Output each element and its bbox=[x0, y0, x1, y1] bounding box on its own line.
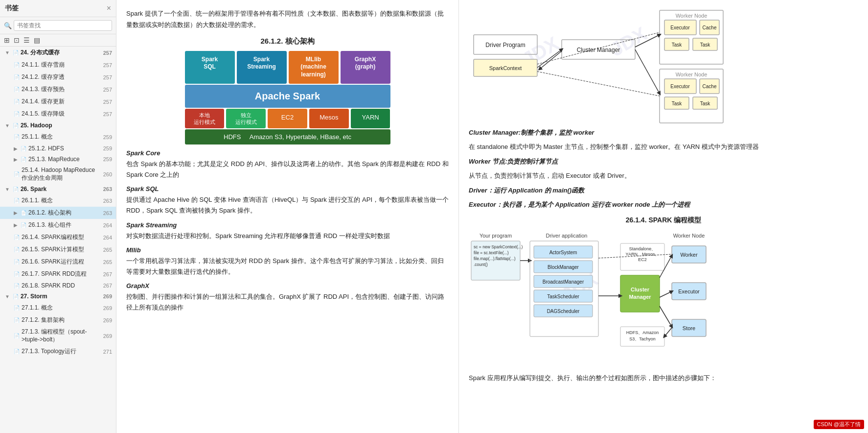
sidebar-item-25[interactable]: ▼ 📄 25. Hadoop bbox=[0, 120, 116, 131]
doc-icon: 📄 bbox=[14, 283, 20, 289]
cluster-manager-desc-text: 在 standalone 模式中即为 Master 主节点，控制整个集群，监控 … bbox=[469, 141, 858, 152]
sidebar-item-24-1[interactable]: 📄 24.1.1. 缓存雪崩 257 bbox=[0, 59, 116, 71]
page-number: 260 bbox=[98, 171, 112, 177]
spark-streaming-box: SparkStreaming bbox=[237, 51, 287, 84]
doc-icon: 📄 bbox=[14, 317, 20, 323]
doc-icon: 📄 bbox=[14, 198, 20, 203]
sidebar-search-bar[interactable]: 🔍 bbox=[0, 17, 116, 34]
doc-icon: 📄 bbox=[14, 62, 20, 68]
chevron-right-icon: ▶ bbox=[14, 146, 18, 151]
sidebar-item-24-3[interactable]: 📄 24.1.3. 缓存预热 257 bbox=[0, 83, 116, 96]
sidebar-item-label: 25. Hadoop bbox=[21, 122, 52, 129]
toolbar-icon-lines[interactable]: ▤ bbox=[34, 36, 40, 44]
doc-icon: 📄 bbox=[14, 349, 20, 354]
svg-text:Task: Task bbox=[672, 42, 683, 48]
page-number: 269 bbox=[98, 305, 112, 311]
svg-text:Cache: Cache bbox=[703, 25, 717, 30]
sidebar-item-26-7[interactable]: 📄 26.1.7. SPARK RDD流程 267 bbox=[0, 268, 116, 280]
doc-icon: 📄 bbox=[21, 146, 26, 151]
page-number: 269 bbox=[98, 293, 112, 299]
sidebar-item-label: 26.1.7. SPARK RDD流程 bbox=[22, 270, 87, 278]
spark-sql-box: SparkSQL bbox=[185, 51, 235, 84]
sidebar-item-27-1[interactable]: 📄 27.1.1. 概念 269 bbox=[0, 302, 116, 314]
worker-desc-text: 从节点，负责控制计算节点，启动 Executor 或者 Driver。 bbox=[469, 170, 858, 181]
page-number: 259 bbox=[98, 134, 112, 140]
svg-text:Cluster: Cluster bbox=[631, 287, 650, 292]
sidebar-item-24[interactable]: ▼ 📄 24. 分布式缓存 257 bbox=[0, 47, 116, 59]
page-number: 265 bbox=[98, 247, 112, 253]
doc-icon: 📄 bbox=[14, 333, 20, 338]
svg-text:ActorSystem: ActorSystem bbox=[549, 250, 577, 255]
sidebar-item-25-4[interactable]: 📄 25.1.4. Hadoop MapReduce 作业的生命周期 260 bbox=[0, 165, 116, 184]
sidebar-list: ▼ 📄 24. 分布式缓存 257 📄 24.1.1. 缓存雪崩 257 📄 2… bbox=[0, 47, 116, 433]
svg-text:Executor: Executor bbox=[670, 25, 690, 30]
svg-text:BlockManager: BlockManager bbox=[548, 265, 579, 270]
sidebar-item-25-2[interactable]: ▶ 📄 25.1.2. HDFS 259 bbox=[0, 143, 116, 154]
sidebar-item-26-1[interactable]: 📄 26.1.1. 概念 263 bbox=[0, 194, 116, 207]
bookmark-icon: 📄 bbox=[13, 123, 19, 128]
sidebar-item-24-4[interactable]: 📄 24.1.4. 缓存更新 257 bbox=[0, 96, 116, 108]
sidebar-item-26-3[interactable]: ▶ 📄 26.1.3. 核心组件 264 bbox=[0, 219, 116, 231]
toolbar-icon-box[interactable]: ⊡ bbox=[14, 36, 20, 44]
driver-label-text: Driver：运行 Application 的 main()函数 bbox=[469, 185, 858, 196]
svg-text:BroadcastManager: BroadcastManager bbox=[543, 279, 584, 285]
svg-text:Manager: Manager bbox=[629, 294, 651, 300]
cluster-svg: JDX JDX Driver Program SparkContext Clus… bbox=[469, 8, 728, 125]
page-number: 257 bbox=[98, 99, 112, 105]
sidebar-close-button[interactable]: × bbox=[107, 4, 111, 13]
spark-core-desc: 包含 Spark 的基本功能；尤其是定义 RDD 的 API、操作以及这两者上的… bbox=[126, 159, 449, 180]
sidebar-item-27[interactable]: ▼ 📄 27. Storm 269 bbox=[0, 291, 116, 302]
sidebar-item-27-2[interactable]: 📄 27.1.2. 集群架构 269 bbox=[0, 314, 116, 326]
sidebar-header: 书签 × bbox=[0, 0, 116, 17]
svg-line-31 bbox=[635, 49, 660, 94]
sidebar-item-label: 26. Spark bbox=[21, 186, 46, 192]
csdn-badge: CSDN @温不了情 bbox=[814, 420, 864, 429]
sidebar-item-26-4[interactable]: 📄 26.1.4. SPARK编程模型 264 bbox=[0, 231, 116, 243]
sidebar-item-24-5[interactable]: 📄 24.1.5. 缓存降级 257 bbox=[0, 108, 116, 120]
sidebar-item-label: 27.1.2. 集群架构 bbox=[22, 316, 65, 324]
svg-text:Worker Node: Worker Node bbox=[676, 13, 708, 19]
search-input[interactable] bbox=[14, 20, 112, 31]
chevron-down-icon: ▼ bbox=[5, 123, 10, 128]
sidebar-item-26-6[interactable]: 📄 26.1.6. SPARK运行流程 265 bbox=[0, 256, 116, 268]
page-number: 257 bbox=[98, 50, 112, 56]
standalone-mode-btn: 独立运行模式 bbox=[226, 109, 266, 129]
sidebar-item-27-3[interactable]: 📄 27.1.3. 编程模型（spout->tuple->bolt） 269 bbox=[0, 326, 116, 345]
cluster-manager-title-text: Cluster Manager:制整个集群，监控 worker bbox=[469, 129, 594, 136]
intro-text: Spark 提供了一个全面、统一的框架用于管理各种有着不同性质（文本数据、图表数… bbox=[126, 8, 449, 31]
sidebar-item-label: 24.1.1. 缓存雪崩 bbox=[22, 61, 65, 69]
svg-text:Task: Task bbox=[700, 42, 711, 48]
svg-text:HDFS、Amazon: HDFS、Amazon bbox=[626, 330, 659, 335]
doc-icon: 📄 bbox=[14, 171, 20, 177]
doc-icon: 📄 bbox=[14, 134, 20, 140]
svg-text:Worker: Worker bbox=[680, 252, 698, 258]
doc-icon: 📄 bbox=[21, 157, 26, 162]
svg-text:Cache: Cache bbox=[703, 84, 717, 89]
page-number: 269 bbox=[98, 317, 112, 323]
page-number: 257 bbox=[98, 74, 112, 80]
svg-text:Executor: Executor bbox=[678, 289, 700, 294]
page-number: 263 bbox=[98, 198, 112, 204]
svg-text:Worker Node: Worker Node bbox=[676, 72, 708, 77]
sidebar-item-25-1[interactable]: 📄 25.1.1. 概念 259 bbox=[0, 131, 116, 143]
cluster-architecture-diagram: JDX JDX Driver Program SparkContext Clus… bbox=[469, 8, 858, 127]
chevron-down-icon: ▼ bbox=[5, 50, 10, 55]
bookmark-icon: 📄 bbox=[13, 187, 19, 192]
sidebar-item-26-5[interactable]: 📄 26.1.5. SPARK计算模型 265 bbox=[0, 243, 116, 256]
svg-text:Store: Store bbox=[683, 325, 695, 331]
toolbar-icon-list[interactable]: ☰ bbox=[23, 36, 30, 44]
sidebar-item-26-2[interactable]: ▶ 📄 26.1.2. 核心架构 263 bbox=[0, 207, 116, 219]
toolbar-icon-grid[interactable]: ⊞ bbox=[4, 36, 10, 44]
doc-icon: 📄 bbox=[14, 247, 20, 252]
executor-title: Executor：执行器，是为某个 Application 运行在 worker… bbox=[469, 201, 690, 208]
page-number: 264 bbox=[98, 235, 112, 241]
svg-text:.count(): .count() bbox=[474, 262, 488, 267]
sidebar-item-26-8[interactable]: 📄 26.1.8. SPARK RDD 267 bbox=[0, 280, 116, 291]
sidebar-item-24-2[interactable]: 📄 24.1.2. 缓存穿透 257 bbox=[0, 71, 116, 83]
sidebar-item-25-3[interactable]: ▶ 📄 25.1.3. MapReduce 259 bbox=[0, 154, 116, 165]
graphx-title: GraphX bbox=[126, 282, 449, 289]
sidebar-item-26[interactable]: ▼ 📄 26. Spark 263 bbox=[0, 184, 116, 194]
sidebar-item-27-4[interactable]: 📄 27.1.3. Topology运行 271 bbox=[0, 345, 116, 358]
svg-text:Your program: Your program bbox=[480, 233, 512, 239]
svg-text:file = sc.textFile(...): file = sc.textFile(...) bbox=[474, 250, 509, 255]
